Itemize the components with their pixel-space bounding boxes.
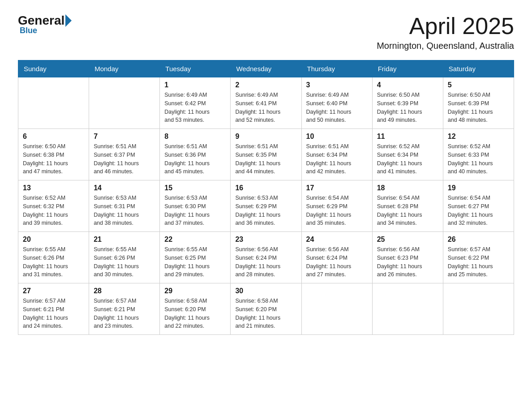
calendar-cell: 23Sunrise: 6:56 AMSunset: 6:24 PMDayligh… (231, 232, 301, 283)
day-number: 10 (306, 133, 368, 141)
calendar-cell: 29Sunrise: 6:58 AMSunset: 6:20 PMDayligh… (160, 283, 231, 335)
weekday-header-wednesday: Wednesday (231, 60, 301, 77)
logo-blue-text: Blue (20, 26, 37, 35)
calendar-cell: 27Sunrise: 6:57 AMSunset: 6:21 PMDayligh… (18, 283, 89, 335)
day-info: Sunrise: 6:58 AMSunset: 6:20 PMDaylight:… (235, 297, 296, 330)
calendar-cell (301, 283, 372, 335)
day-info: Sunrise: 6:50 AMSunset: 6:39 PMDaylight:… (448, 91, 509, 124)
calendar-cell (372, 283, 443, 335)
day-number: 7 (94, 133, 155, 141)
day-number: 22 (164, 235, 226, 244)
calendar-cell (18, 77, 89, 129)
day-info: Sunrise: 6:53 AMSunset: 6:29 PMDaylight:… (235, 194, 296, 227)
day-info: Sunrise: 6:52 AMSunset: 6:32 PMDaylight:… (23, 194, 84, 227)
weekday-header-thursday: Thursday (301, 60, 372, 77)
calendar-cell: 9Sunrise: 6:51 AMSunset: 6:35 PMDaylight… (231, 129, 301, 180)
calendar-cell: 21Sunrise: 6:55 AMSunset: 6:26 PMDayligh… (89, 232, 160, 283)
day-number: 19 (448, 184, 509, 192)
day-info: Sunrise: 6:51 AMSunset: 6:34 PMDaylight:… (306, 142, 368, 176)
calendar-cell: 16Sunrise: 6:53 AMSunset: 6:29 PMDayligh… (231, 180, 301, 232)
day-number: 18 (377, 184, 438, 192)
calendar-cell: 5Sunrise: 6:50 AMSunset: 6:39 PMDaylight… (443, 77, 514, 129)
calendar-cell: 19Sunrise: 6:54 AMSunset: 6:27 PMDayligh… (443, 180, 514, 232)
day-number: 29 (164, 287, 226, 295)
day-info: Sunrise: 6:52 AMSunset: 6:33 PMDaylight:… (448, 142, 509, 176)
calendar-cell: 24Sunrise: 6:56 AMSunset: 6:24 PMDayligh… (301, 232, 372, 283)
day-number: 14 (94, 184, 155, 192)
day-info: Sunrise: 6:49 AMSunset: 6:42 PMDaylight:… (164, 91, 226, 124)
calendar-week-4: 20Sunrise: 6:55 AMSunset: 6:26 PMDayligh… (18, 232, 514, 283)
logo: General Blue (18, 13, 73, 35)
day-number: 16 (235, 184, 296, 192)
calendar-cell (89, 77, 160, 129)
weekday-header-monday: Monday (89, 60, 160, 77)
day-number: 15 (164, 184, 226, 192)
day-info: Sunrise: 6:57 AMSunset: 6:21 PMDaylight:… (23, 297, 84, 330)
calendar-cell: 8Sunrise: 6:51 AMSunset: 6:36 PMDaylight… (160, 129, 231, 180)
calendar-cell: 28Sunrise: 6:57 AMSunset: 6:21 PMDayligh… (89, 283, 160, 335)
title-block: April 2025 Mornington, Queensland, Austr… (377, 13, 514, 51)
day-number: 27 (23, 287, 84, 295)
day-info: Sunrise: 6:57 AMSunset: 6:21 PMDaylight:… (94, 297, 155, 330)
calendar-week-1: 1Sunrise: 6:49 AMSunset: 6:42 PMDaylight… (18, 77, 514, 129)
logo-arrow-icon (65, 14, 72, 27)
day-number: 17 (306, 184, 368, 192)
day-info: Sunrise: 6:56 AMSunset: 6:23 PMDaylight:… (377, 245, 438, 279)
day-number: 9 (235, 133, 296, 141)
calendar-week-3: 13Sunrise: 6:52 AMSunset: 6:32 PMDayligh… (18, 180, 514, 232)
calendar-cell: 7Sunrise: 6:51 AMSunset: 6:37 PMDaylight… (89, 129, 160, 180)
calendar-cell: 2Sunrise: 6:49 AMSunset: 6:41 PMDaylight… (231, 77, 301, 129)
day-info: Sunrise: 6:52 AMSunset: 6:34 PMDaylight:… (377, 142, 438, 176)
day-info: Sunrise: 6:51 AMSunset: 6:37 PMDaylight:… (94, 142, 155, 176)
weekday-header-friday: Friday (372, 60, 443, 77)
day-number: 2 (235, 81, 296, 89)
calendar-cell: 4Sunrise: 6:50 AMSunset: 6:39 PMDaylight… (372, 77, 443, 129)
day-info: Sunrise: 6:49 AMSunset: 6:40 PMDaylight:… (306, 91, 368, 124)
calendar-week-5: 27Sunrise: 6:57 AMSunset: 6:21 PMDayligh… (18, 283, 514, 335)
calendar-cell: 26Sunrise: 6:57 AMSunset: 6:22 PMDayligh… (443, 232, 514, 283)
day-info: Sunrise: 6:56 AMSunset: 6:24 PMDaylight:… (235, 245, 296, 279)
location-text: Mornington, Queensland, Australia (377, 41, 514, 51)
calendar-cell: 6Sunrise: 6:50 AMSunset: 6:38 PMDaylight… (18, 129, 89, 180)
day-number: 24 (306, 235, 368, 244)
day-number: 1 (164, 81, 226, 89)
weekday-header-saturday: Saturday (443, 60, 514, 77)
calendar-week-2: 6Sunrise: 6:50 AMSunset: 6:38 PMDaylight… (18, 129, 514, 180)
calendar-cell: 14Sunrise: 6:53 AMSunset: 6:31 PMDayligh… (89, 180, 160, 232)
calendar-cell: 15Sunrise: 6:53 AMSunset: 6:30 PMDayligh… (160, 180, 231, 232)
calendar-cell: 17Sunrise: 6:54 AMSunset: 6:29 PMDayligh… (301, 180, 372, 232)
calendar-cell: 3Sunrise: 6:49 AMSunset: 6:40 PMDaylight… (301, 77, 372, 129)
day-number: 3 (306, 81, 368, 89)
day-info: Sunrise: 6:55 AMSunset: 6:26 PMDaylight:… (94, 245, 155, 279)
calendar-cell: 18Sunrise: 6:54 AMSunset: 6:28 PMDayligh… (372, 180, 443, 232)
day-number: 20 (23, 235, 84, 244)
day-number: 25 (377, 235, 438, 244)
month-title: April 2025 (377, 13, 514, 39)
day-number: 13 (23, 184, 84, 192)
calendar-header-row: SundayMondayTuesdayWednesdayThursdayFrid… (18, 60, 514, 77)
day-number: 12 (448, 133, 509, 141)
calendar-table: SundayMondayTuesdayWednesdayThursdayFrid… (18, 60, 514, 335)
day-info: Sunrise: 6:53 AMSunset: 6:30 PMDaylight:… (164, 194, 226, 227)
calendar-cell: 22Sunrise: 6:55 AMSunset: 6:25 PMDayligh… (160, 232, 231, 283)
day-info: Sunrise: 6:54 AMSunset: 6:27 PMDaylight:… (448, 194, 509, 227)
day-info: Sunrise: 6:49 AMSunset: 6:41 PMDaylight:… (235, 91, 296, 124)
day-number: 11 (377, 133, 438, 141)
calendar-cell (443, 283, 514, 335)
day-info: Sunrise: 6:57 AMSunset: 6:22 PMDaylight:… (448, 245, 509, 279)
day-info: Sunrise: 6:54 AMSunset: 6:29 PMDaylight:… (306, 194, 368, 227)
calendar-cell: 20Sunrise: 6:55 AMSunset: 6:26 PMDayligh… (18, 232, 89, 283)
day-number: 4 (377, 81, 438, 89)
day-number: 6 (23, 133, 84, 141)
day-info: Sunrise: 6:56 AMSunset: 6:24 PMDaylight:… (306, 245, 368, 279)
day-number: 23 (235, 235, 296, 244)
calendar-cell: 25Sunrise: 6:56 AMSunset: 6:23 PMDayligh… (372, 232, 443, 283)
day-info: Sunrise: 6:50 AMSunset: 6:38 PMDaylight:… (23, 142, 84, 176)
day-number: 21 (94, 235, 155, 244)
day-number: 28 (94, 287, 155, 295)
calendar-cell: 12Sunrise: 6:52 AMSunset: 6:33 PMDayligh… (443, 129, 514, 180)
calendar-cell: 1Sunrise: 6:49 AMSunset: 6:42 PMDaylight… (160, 77, 231, 129)
day-info: Sunrise: 6:53 AMSunset: 6:31 PMDaylight:… (94, 194, 155, 227)
calendar-cell: 11Sunrise: 6:52 AMSunset: 6:34 PMDayligh… (372, 129, 443, 180)
weekday-header-tuesday: Tuesday (160, 60, 231, 77)
